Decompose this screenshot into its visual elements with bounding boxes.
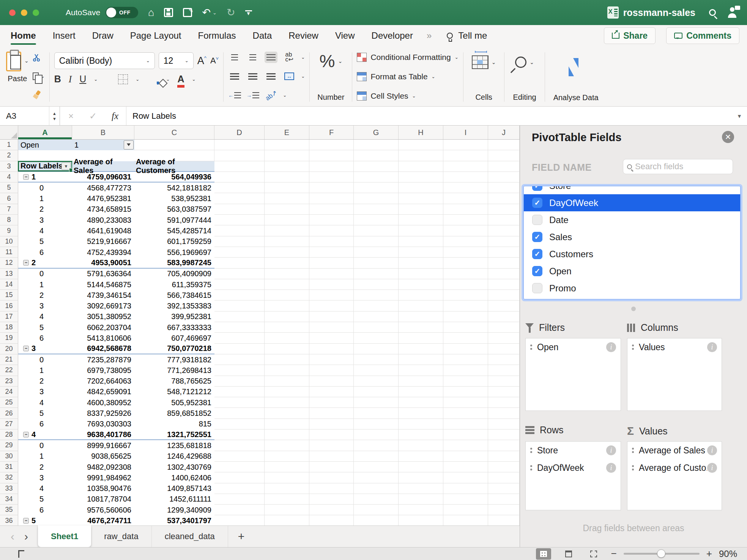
grid-cell[interactable] bbox=[265, 419, 309, 429]
underline-button[interactable]: U bbox=[79, 74, 86, 85]
grid-cell[interactable]: Average of Sales bbox=[72, 161, 134, 172]
page-layout-view-button[interactable] bbox=[561, 548, 576, 560]
grid-cell[interactable]: 1246,429688 bbox=[134, 451, 214, 462]
row-header-34[interactable]: 34 bbox=[0, 494, 18, 505]
grid-cell[interactable]: Open bbox=[18, 140, 72, 150]
grid-cell[interactable]: 537,3401797 bbox=[134, 515, 214, 525]
orientation-button[interactable]: ab↗ bbox=[265, 90, 277, 101]
search-fields-box[interactable] bbox=[623, 159, 733, 174]
editing-button[interactable]: ⌄ Editing bbox=[509, 50, 540, 104]
grid-cell[interactable] bbox=[309, 429, 354, 440]
grid-cell[interactable]: −4 bbox=[18, 429, 72, 440]
comments-button[interactable]: Comments bbox=[666, 27, 739, 44]
area-field-item[interactable]: Valuesi bbox=[627, 338, 722, 356]
grid-cell[interactable] bbox=[488, 322, 520, 333]
grid-cell[interactable] bbox=[443, 172, 488, 182]
font-size-select[interactable]: 12⌄ bbox=[159, 52, 194, 69]
grid-cell[interactable] bbox=[265, 344, 309, 354]
row-header-7[interactable]: 7 bbox=[0, 204, 18, 215]
grid-cell[interactable] bbox=[309, 376, 354, 387]
grid-cell[interactable] bbox=[214, 344, 265, 354]
field-item-open[interactable]: ✓Open bbox=[524, 263, 740, 280]
tab-overflow-indicator[interactable]: » bbox=[427, 30, 432, 41]
column-header-I[interactable]: I bbox=[443, 126, 488, 139]
grid-cell[interactable]: 542,1818182 bbox=[134, 182, 214, 193]
format-painter-button[interactable] bbox=[33, 90, 45, 100]
grid-cell[interactable] bbox=[443, 204, 488, 215]
grid-cell[interactable] bbox=[488, 225, 520, 236]
grid-cell[interactable] bbox=[214, 387, 265, 397]
grid-cell[interactable]: 6 bbox=[18, 419, 72, 429]
borders-button[interactable] bbox=[118, 74, 128, 84]
checked-checkbox[interactable]: ✓ bbox=[532, 266, 542, 276]
column-header-E[interactable]: E bbox=[265, 126, 309, 139]
grid-cell[interactable] bbox=[399, 300, 443, 311]
grid-cell[interactable] bbox=[443, 215, 488, 225]
grid-cell[interactable]: 9038,65625 bbox=[72, 451, 134, 462]
grid-cell[interactable] bbox=[399, 472, 443, 483]
grid-cell[interactable] bbox=[443, 429, 488, 440]
row-header-28[interactable]: 28 bbox=[0, 429, 18, 440]
grid-cell[interactable] bbox=[309, 258, 354, 268]
panel-resize-handle[interactable] bbox=[631, 307, 636, 311]
column-header-F[interactable]: F bbox=[309, 126, 354, 139]
grid-cell[interactable] bbox=[488, 354, 520, 365]
grid-cell[interactable] bbox=[265, 172, 309, 182]
cell-styles-button[interactable]: Cell Styles⌄ bbox=[357, 90, 458, 102]
grid-cell[interactable]: 611,359375 bbox=[134, 279, 214, 290]
grid-cell[interactable] bbox=[399, 408, 443, 418]
grid-cell[interactable] bbox=[399, 419, 443, 429]
grid-cell[interactable]: 0 bbox=[18, 269, 72, 279]
grid-cell[interactable]: 2 bbox=[18, 376, 72, 387]
grid-cell[interactable] bbox=[399, 505, 443, 515]
grid-cell[interactable]: 601,1759259 bbox=[134, 236, 214, 247]
zoom-out-button[interactable]: − bbox=[611, 548, 617, 560]
grid-cell[interactable]: 4842,659091 bbox=[72, 387, 134, 397]
grid-cell[interactable]: 5 bbox=[18, 236, 72, 247]
grid-cell[interactable] bbox=[354, 397, 399, 408]
grid-cell[interactable]: 4641,619048 bbox=[72, 225, 134, 236]
grid-cell[interactable] bbox=[354, 225, 399, 236]
grid-cell[interactable]: 9991,984962 bbox=[72, 472, 134, 483]
grid-cell[interactable] bbox=[214, 397, 265, 408]
grid-cell[interactable]: 5791,636364 bbox=[72, 269, 134, 279]
grid-cell[interactable] bbox=[265, 365, 309, 376]
grid-cell[interactable] bbox=[309, 215, 354, 225]
row-header-25[interactable]: 25 bbox=[0, 397, 18, 408]
grid-cell[interactable] bbox=[443, 236, 488, 247]
grid-cell[interactable] bbox=[354, 193, 399, 204]
grid-cell[interactable]: 1 bbox=[72, 140, 134, 150]
confirm-entry-button[interactable]: ✓ bbox=[82, 107, 104, 125]
grid-cell[interactable] bbox=[265, 161, 309, 172]
cut-button[interactable] bbox=[33, 52, 45, 63]
grid-cell[interactable]: 4953,90051 bbox=[72, 258, 134, 268]
grid-cell[interactable] bbox=[309, 515, 354, 525]
home-button[interactable]: ⌂ bbox=[148, 7, 154, 19]
decrease-font-button[interactable]: A˅ bbox=[210, 56, 219, 66]
grid-cell[interactable] bbox=[309, 419, 354, 429]
collapse-group-button[interactable]: − bbox=[23, 260, 29, 266]
grid-cell[interactable] bbox=[309, 494, 354, 505]
prev-sheet-button[interactable]: ‹ bbox=[11, 530, 14, 543]
grid-cell[interactable] bbox=[309, 140, 354, 150]
grid-cell[interactable] bbox=[134, 140, 214, 150]
grid-cell[interactable] bbox=[309, 290, 354, 300]
grid-cell[interactable] bbox=[214, 333, 265, 343]
grid-cell[interactable] bbox=[399, 333, 443, 343]
grid-cell[interactable] bbox=[265, 225, 309, 236]
grid-cell[interactable] bbox=[399, 451, 443, 462]
row-header-6[interactable]: 6 bbox=[0, 193, 18, 204]
grid-cell[interactable] bbox=[443, 387, 488, 397]
row-header-1[interactable]: 1 bbox=[0, 140, 18, 150]
grid-cell[interactable] bbox=[265, 376, 309, 387]
grid-cell[interactable]: 538,952381 bbox=[134, 193, 214, 204]
grid-cell[interactable] bbox=[309, 269, 354, 279]
grid-cell[interactable]: 9482,092308 bbox=[72, 462, 134, 472]
unchecked-checkbox[interactable] bbox=[532, 215, 542, 225]
grid-cell[interactable] bbox=[354, 311, 399, 322]
grid-cell[interactable] bbox=[443, 515, 488, 525]
grid-cell[interactable]: 3 bbox=[18, 215, 72, 225]
grid-cell[interactable]: 583,9987245 bbox=[134, 258, 214, 268]
grid-cell[interactable] bbox=[354, 300, 399, 311]
grid-cell[interactable]: 6 bbox=[18, 333, 72, 343]
